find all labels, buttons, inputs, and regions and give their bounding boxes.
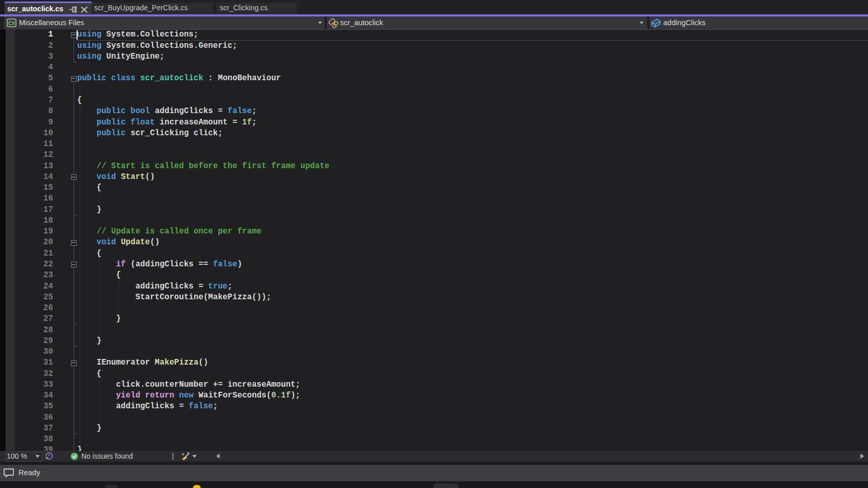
svg-text:C#: C# xyxy=(8,21,15,26)
